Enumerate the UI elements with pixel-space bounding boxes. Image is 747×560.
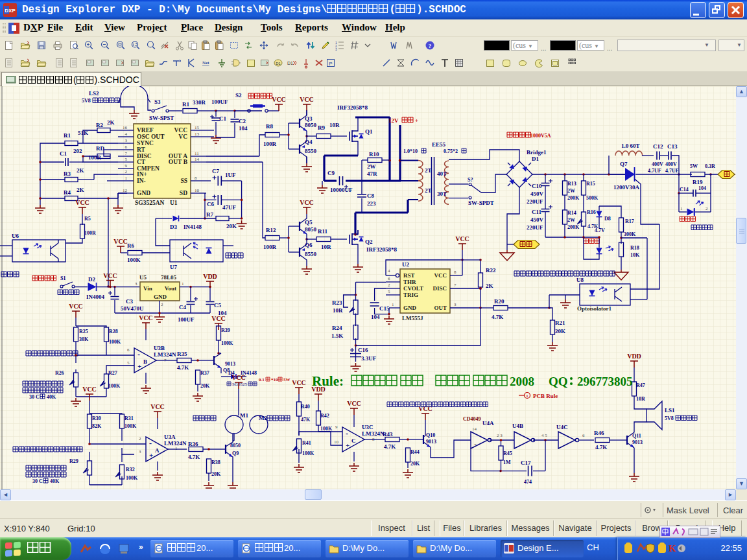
svg-text:400V: 400V [652, 161, 663, 167]
svg-text:2 3: 2 3 [497, 433, 503, 438]
svg-text:1: 1 [680, 206, 683, 211]
svg-text:R4: R4 [64, 189, 71, 196]
svg-text:DISC: DISC [433, 285, 447, 292]
svg-text:CD4049: CD4049 [463, 416, 481, 422]
svg-text:C7: C7 [212, 168, 219, 174]
svg-text:R21: R21 [555, 320, 565, 326]
svg-text:D8: D8 [604, 216, 611, 222]
svg-text:20K: 20K [555, 328, 565, 334]
svg-text:R38: R38 [211, 460, 220, 465]
svg-text:U3A: U3A [164, 434, 176, 440]
svg-text:LS1: LS1 [665, 407, 675, 414]
svg-text:2W: 2W [367, 163, 376, 170]
svg-text:30 C: 30 C [29, 394, 40, 400]
svg-text:14: 14 [195, 157, 200, 162]
svg-text:9013: 9013 [225, 361, 235, 367]
svg-text:VCC: VCC [75, 199, 89, 206]
svg-text:1: 1 [182, 281, 184, 286]
svg-text:S?: S? [468, 177, 473, 183]
svg-text:Rule:: Rule: [312, 373, 344, 389]
svg-text:296773805: 296773805 [577, 375, 633, 388]
svg-text:R39: R39 [221, 327, 230, 333]
svg-text:B: B [143, 358, 147, 365]
svg-text:VDD: VDD [203, 273, 217, 280]
svg-text:Q5: Q5 [305, 219, 313, 226]
svg-text:8: 8 [195, 176, 197, 181]
svg-text:D1: D1 [276, 62, 281, 65]
svg-text:THR: THR [403, 279, 416, 285]
svg-text:VCC: VCC [231, 374, 246, 381]
svg-text:6: 6 [125, 145, 128, 150]
svg-text:R28: R28 [109, 329, 118, 334]
svg-text:14: 14 [472, 426, 477, 432]
svg-text:3.3UF: 3.3UF [361, 355, 377, 362]
svg-text:R25: R25 [79, 329, 88, 334]
svg-text:i: i [527, 393, 528, 399]
svg-text:R9: R9 [318, 124, 325, 131]
svg-text:50V470U: 50V470U [121, 305, 144, 312]
svg-text:474: 474 [524, 479, 532, 485]
svg-text:R17: R17 [625, 218, 634, 224]
svg-text:D3: D3 [170, 224, 177, 230]
svg-text:PCB Rule: PCB Rule [533, 393, 558, 399]
svg-text:2T: 2T [425, 187, 432, 194]
svg-text:C2: C2 [239, 118, 246, 124]
svg-text:SYNC: SYNC [137, 140, 154, 146]
svg-text:IN4148: IN4148 [184, 224, 202, 230]
svg-text:R7: R7 [206, 211, 213, 218]
svg-text:*10: *10 [271, 377, 278, 382]
svg-text:0.75*2: 0.75*2 [444, 148, 458, 154]
svg-text:100K: 100K [320, 426, 333, 432]
svg-text:78L05: 78L05 [161, 274, 177, 281]
svg-text:100K: 100K [108, 383, 121, 389]
svg-text:C11: C11 [532, 209, 542, 215]
svg-text:7: 7 [474, 443, 477, 448]
svg-text:104: 104 [371, 314, 380, 320]
svg-text:Optoisolator1: Optoisolator1 [577, 305, 611, 312]
svg-text:C15: C15 [379, 305, 390, 312]
svg-text:VREF: VREF [137, 127, 154, 134]
svg-text:LS2: LS2 [89, 90, 99, 97]
svg-text:DXP: DXP [5, 8, 16, 14]
svg-text:Q2: Q2 [365, 239, 373, 245]
svg-text:R2: R2 [96, 122, 103, 128]
svg-text:3: 3 [335, 47, 337, 51]
svg-text:U4B: U4B [512, 423, 523, 429]
svg-text:4: 4 [125, 132, 128, 137]
svg-text:5W: 5W [690, 163, 698, 169]
svg-text:300K: 300K [624, 231, 636, 237]
svg-text:VDD: VDD [627, 353, 641, 360]
svg-text:1M: 1M [503, 460, 511, 465]
svg-text:U4C: U4C [556, 424, 568, 430]
svg-text:4.7V: 4.7V [595, 228, 605, 233]
svg-text:9: 9 [335, 425, 338, 430]
svg-text:R32: R32 [126, 467, 135, 472]
svg-text:2: 2 [388, 283, 390, 288]
svg-text:VCC: VCC [174, 127, 187, 134]
svg-text:Net: Net [202, 60, 209, 65]
svg-text:2K: 2K [107, 119, 115, 126]
svg-text:VCC: VCC [292, 379, 306, 386]
svg-text:100K: 100K [124, 423, 137, 429]
svg-text:LM324N: LM324N [154, 351, 176, 358]
svg-text:R13: R13 [567, 181, 576, 187]
svg-text:10K: 10K [630, 252, 640, 258]
svg-text:100K: 100K [302, 450, 314, 456]
svg-text:IN4004: IN4004 [86, 294, 105, 300]
svg-text:104: 104 [698, 185, 706, 191]
svg-text:100R: 100R [263, 244, 277, 250]
svg-text:RT: RT [137, 146, 146, 153]
svg-text:U1: U1 [170, 200, 178, 206]
svg-text:7: 7 [454, 283, 456, 288]
svg-text:R36: R36 [188, 441, 198, 447]
svg-text:R18: R18 [630, 245, 639, 251]
svg-text:1.0 60T: 1.0 60T [621, 143, 640, 149]
svg-text:R1: R1 [64, 132, 71, 139]
svg-text:5V8: 5V8 [82, 98, 91, 104]
svg-text:1.5K: 1.5K [331, 332, 343, 339]
svg-text:20K: 20K [200, 383, 210, 389]
svg-text:3: 3 [454, 302, 456, 307]
svg-text:C1: C1 [219, 115, 226, 122]
svg-text:8050: 8050 [305, 226, 317, 233]
svg-text:OUT: OUT [434, 305, 447, 311]
